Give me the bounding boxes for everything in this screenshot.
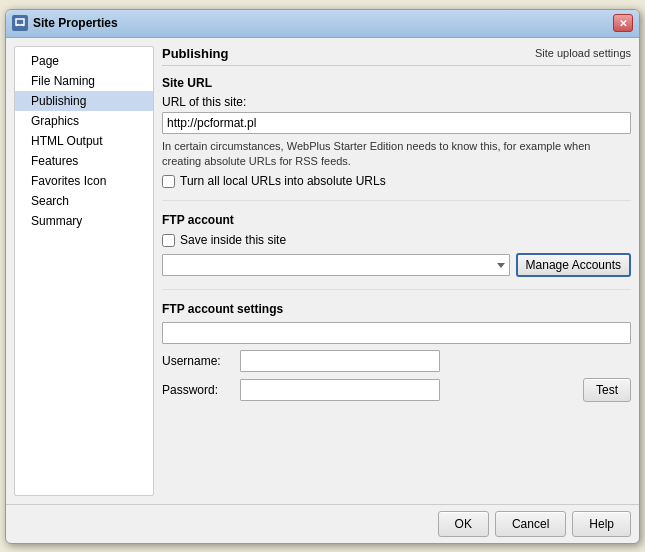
sidebar-item-html-output[interactable]: HTML Output bbox=[15, 131, 153, 151]
sidebar-item-summary[interactable]: Summary bbox=[15, 211, 153, 231]
help-button[interactable]: Help bbox=[572, 511, 631, 537]
ok-button[interactable]: OK bbox=[438, 511, 489, 537]
username-input[interactable] bbox=[240, 350, 440, 372]
site-url-title: Site URL bbox=[162, 76, 631, 90]
save-inside-label[interactable]: Save inside this site bbox=[180, 233, 286, 247]
sidebar-item-features[interactable]: Features bbox=[15, 151, 153, 171]
site-url-section: Site URL URL of this site: In certain ci… bbox=[162, 76, 631, 189]
title-bar: Site Properties ✕ bbox=[6, 10, 639, 38]
panel-subtitle: Site upload settings bbox=[535, 47, 631, 59]
url-input[interactable] bbox=[162, 112, 631, 134]
divider-1 bbox=[162, 200, 631, 201]
sidebar-item-search[interactable]: Search bbox=[15, 191, 153, 211]
svg-rect-0 bbox=[16, 19, 24, 25]
password-input[interactable] bbox=[240, 379, 440, 401]
window-content: Page File Naming Publishing Graphics HTM… bbox=[6, 38, 639, 504]
sidebar-item-page[interactable]: Page bbox=[15, 51, 153, 71]
cancel-button[interactable]: Cancel bbox=[495, 511, 566, 537]
sidebar-item-favorites-icon[interactable]: Favorites Icon bbox=[15, 171, 153, 191]
divider-2 bbox=[162, 289, 631, 290]
sidebar: Page File Naming Publishing Graphics HTM… bbox=[14, 46, 154, 496]
site-properties-window: Site Properties ✕ Page File Naming Publi… bbox=[5, 9, 640, 544]
ftp-dropdown-row: Manage Accounts bbox=[162, 253, 631, 277]
ftp-settings-section: FTP account settings Username: Password:… bbox=[162, 302, 631, 402]
absolute-urls-checkbox-row: Turn all local URLs into absolute URLs bbox=[162, 174, 631, 188]
main-panel: Publishing Site upload settings Site URL… bbox=[162, 46, 631, 496]
window-icon bbox=[12, 15, 28, 31]
url-label: URL of this site: bbox=[162, 95, 631, 109]
url-description: In certain circumstances, WebPlus Starte… bbox=[162, 139, 631, 170]
sidebar-item-file-naming[interactable]: File Naming bbox=[15, 71, 153, 91]
save-inside-checkbox-row: Save inside this site bbox=[162, 233, 631, 247]
absolute-urls-checkbox[interactable] bbox=[162, 175, 175, 188]
url-input-area: URL of this site: bbox=[162, 95, 631, 134]
ftp-account-section: FTP account Save inside this site Manage… bbox=[162, 213, 631, 277]
ftp-settings-title: FTP account settings bbox=[162, 302, 631, 316]
ftp-account-title: FTP account bbox=[162, 213, 631, 227]
title-bar-left: Site Properties bbox=[12, 15, 118, 31]
ftp-account-dropdown[interactable] bbox=[162, 254, 510, 276]
manage-accounts-button[interactable]: Manage Accounts bbox=[516, 253, 631, 277]
test-button[interactable]: Test bbox=[583, 378, 631, 402]
username-label: Username: bbox=[162, 354, 232, 368]
ftp-settings-input[interactable] bbox=[162, 322, 631, 344]
username-row: Username: bbox=[162, 350, 631, 372]
bottom-bar: OK Cancel Help bbox=[6, 504, 639, 543]
password-row: Password: Test bbox=[162, 378, 631, 402]
close-button[interactable]: ✕ bbox=[613, 14, 633, 32]
sidebar-item-graphics[interactable]: Graphics bbox=[15, 111, 153, 131]
panel-title: Publishing bbox=[162, 46, 228, 61]
absolute-urls-label[interactable]: Turn all local URLs into absolute URLs bbox=[180, 174, 386, 188]
password-label: Password: bbox=[162, 383, 232, 397]
sidebar-item-publishing[interactable]: Publishing bbox=[15, 91, 153, 111]
window-title: Site Properties bbox=[33, 16, 118, 30]
panel-header: Publishing Site upload settings bbox=[162, 46, 631, 66]
save-inside-checkbox[interactable] bbox=[162, 234, 175, 247]
